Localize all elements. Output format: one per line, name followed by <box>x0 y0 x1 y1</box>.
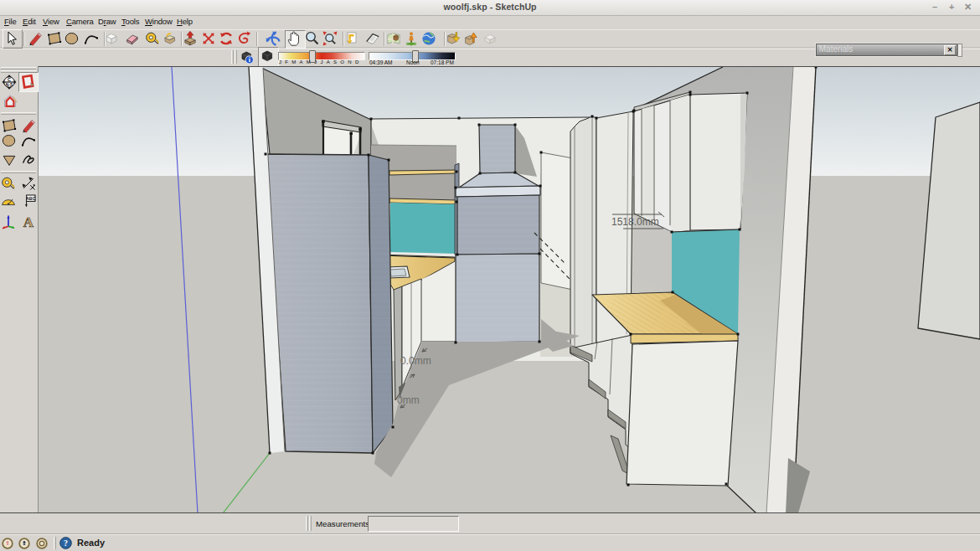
svg-text:ABC: ABC <box>26 196 36 201</box>
svg-text:C: C <box>8 77 11 82</box>
svg-text:0mm: 0mm <box>397 394 420 406</box>
svg-text:A: A <box>23 214 34 230</box>
svg-text:0.0mm: 0.0mm <box>400 355 431 367</box>
svg-text:1518.0mm: 1518.0mm <box>611 216 659 228</box>
svg-text:N-S: N-S <box>6 83 13 87</box>
svg-text:?: ? <box>64 538 68 548</box>
